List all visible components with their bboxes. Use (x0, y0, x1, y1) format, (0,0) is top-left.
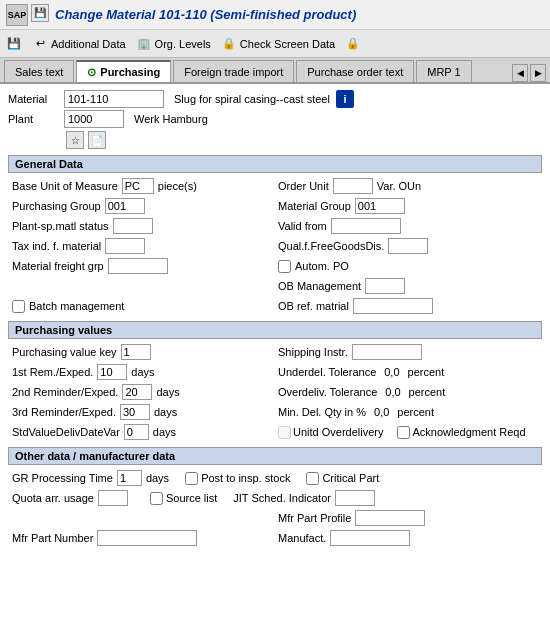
acknowledgment-reqd-checkbox[interactable] (397, 426, 410, 439)
document-icon[interactable]: 📄 (88, 131, 106, 149)
lock-icon-btn[interactable]: 🔒 (345, 36, 361, 52)
ob-management-row: OB Management (278, 277, 538, 295)
tab-sales-text-label: Sales text (15, 66, 63, 78)
batch-mgmt-checkbox[interactable] (12, 300, 25, 313)
purchasing-group-input[interactable] (105, 198, 145, 214)
base-uom-input[interactable] (122, 178, 154, 194)
org-levels-btn[interactable]: 🏢 Org. Levels (136, 36, 211, 52)
check-screen-btn[interactable]: 🔒 Check Screen Data (221, 36, 335, 52)
tabs-bar: Sales text ⊙ Purchasing Foreign trade im… (0, 58, 550, 84)
material-description: Slug for spiral casing--cast steel (174, 93, 330, 105)
tax-ind-label: Tax ind. f. material (12, 240, 101, 252)
purchasing-value-key-label: Purchasing value key (12, 346, 117, 358)
std-value-label: StdValueDelivDateVar (12, 426, 120, 438)
quota-arr-input[interactable] (98, 490, 128, 506)
critical-part-row: Critical Part (306, 472, 379, 485)
tab-mrp1[interactable]: MRP 1 (416, 60, 471, 82)
purchasing-group-row: Purchasing Group (12, 197, 272, 215)
unitd-overdelivery-checkbox[interactable] (278, 426, 291, 439)
first-rem-input[interactable] (97, 364, 127, 380)
material-freight-row: Material freight grp (12, 257, 272, 275)
material-freight-input[interactable] (108, 258, 168, 274)
manufact-row: Manufact. (278, 529, 538, 547)
check-screen-icon: 🔒 (221, 36, 237, 52)
batch-mgmt-label: Batch management (29, 300, 124, 312)
valid-from-input[interactable] (331, 218, 401, 234)
order-unit-input[interactable] (333, 178, 373, 194)
tab-purchasing[interactable]: ⊙ Purchasing (76, 60, 171, 82)
save-icon[interactable]: 💾 (31, 4, 49, 22)
std-value-row: StdValueDelivDateVar days (12, 423, 272, 441)
mfr-part-number-label: Mfr Part Number (12, 532, 93, 544)
overdeliv-tolerance-label: Overdeliv. Tolerance (278, 386, 377, 398)
min-del-qty-value: 0,0 (374, 406, 389, 418)
base-uom-row: Base Unit of Measure piece(s) (12, 177, 272, 195)
ob-management-input[interactable] (365, 278, 405, 294)
plant-description: Werk Hamburg (134, 113, 208, 125)
manufact-label: Manufact. (278, 532, 326, 544)
post-insp-stock-row: Post to insp. stock (185, 472, 290, 485)
save-toolbar-btn[interactable]: 💾 (6, 36, 22, 52)
tab-sales-text[interactable]: Sales text (4, 60, 74, 82)
mfr-part-number-input[interactable] (97, 530, 197, 546)
purchasing-values-section: Purchasing values Purchasing value key S… (8, 321, 542, 441)
plant-sp-matl-input[interactable] (113, 218, 153, 234)
shipping-instr-row: Shipping Instr. (278, 343, 538, 361)
third-reminder-input[interactable] (120, 404, 150, 420)
autom-po-checkbox[interactable] (278, 260, 291, 273)
overdeliv-tolerance-value: 0,0 (385, 386, 400, 398)
overdeliv-tolerance-row: Overdeliv. Tolerance 0,0 percent (278, 383, 538, 401)
mfr-part-profile-row: Mfr Part Profile (278, 509, 538, 527)
gr-processing-input[interactable] (117, 470, 142, 486)
tab-next-btn[interactable]: ▶ (530, 64, 546, 82)
material-input[interactable] (64, 90, 164, 108)
purchasing-value-key-input[interactable] (121, 344, 151, 360)
first-rem-unit: days (131, 366, 154, 378)
jit-sched-input[interactable] (335, 490, 375, 506)
additional-data-btn[interactable]: ↩ Additional Data (32, 36, 126, 52)
third-reminder-unit: days (154, 406, 177, 418)
tab-foreign-trade[interactable]: Foreign trade import (173, 60, 294, 82)
mfr-part-profile-input[interactable] (355, 510, 425, 526)
favorites-icon[interactable]: ☆ (66, 131, 84, 149)
toolbar: 💾 ↩ Additional Data 🏢 Org. Levels 🔒 Chec… (0, 30, 550, 58)
sap-icon[interactable]: SAP (6, 4, 28, 26)
ob-ref-matrial-row: OB ref. matrial (278, 297, 538, 315)
overdeliv-tolerance-unit: percent (409, 386, 446, 398)
underdel-tolerance-row: Underdel. Tolerance 0,0 percent (278, 363, 538, 381)
qual-free-goods-input[interactable] (388, 238, 428, 254)
source-list-checkbox[interactable] (150, 492, 163, 505)
post-insp-stock-label: Post to insp. stock (201, 472, 290, 484)
material-group-row: Material Group (278, 197, 538, 215)
material-label: Material (8, 93, 58, 105)
first-rem-row: 1st Rem./Exped. days (12, 363, 272, 381)
critical-part-checkbox[interactable] (306, 472, 319, 485)
ob-ref-matrial-input[interactable] (353, 298, 433, 314)
second-reminder-input[interactable] (122, 384, 152, 400)
material-freight-label: Material freight grp (12, 260, 104, 272)
gr-processing-unit: days (146, 472, 169, 484)
std-value-input[interactable] (124, 424, 149, 440)
unitd-overdelivery-label: Unitd Overdelivery (293, 426, 383, 438)
underdel-tolerance-label: Underdel. Tolerance (278, 366, 376, 378)
lock-icon: 🔒 (345, 36, 361, 52)
tax-ind-input[interactable] (105, 238, 145, 254)
tab-prev-btn[interactable]: ◀ (512, 64, 528, 82)
shipping-instr-input[interactable] (352, 344, 422, 360)
org-levels-label: Org. Levels (155, 38, 211, 50)
order-unit-row: Order Unit Var. OUn (278, 177, 538, 195)
plant-input[interactable] (64, 110, 124, 128)
manufact-input[interactable] (330, 530, 410, 546)
third-reminder-row: 3rd Reminder/Exped. days (12, 403, 272, 421)
material-group-input[interactable] (355, 198, 405, 214)
info-icon[interactable]: i (336, 90, 354, 108)
shipping-instr-label: Shipping Instr. (278, 346, 348, 358)
first-rem-label: 1st Rem./Exped. (12, 366, 93, 378)
ob-ref-matrial-label: OB ref. matrial (278, 300, 349, 312)
save-toolbar-icon: 💾 (6, 36, 22, 52)
base-uom-label: Base Unit of Measure (12, 180, 118, 192)
valid-from-label: Valid from (278, 220, 327, 232)
post-insp-stock-checkbox[interactable] (185, 472, 198, 485)
mfr-part-number-row: Mfr Part Number (12, 529, 272, 547)
tab-purchase-order[interactable]: Purchase order text (296, 60, 414, 82)
